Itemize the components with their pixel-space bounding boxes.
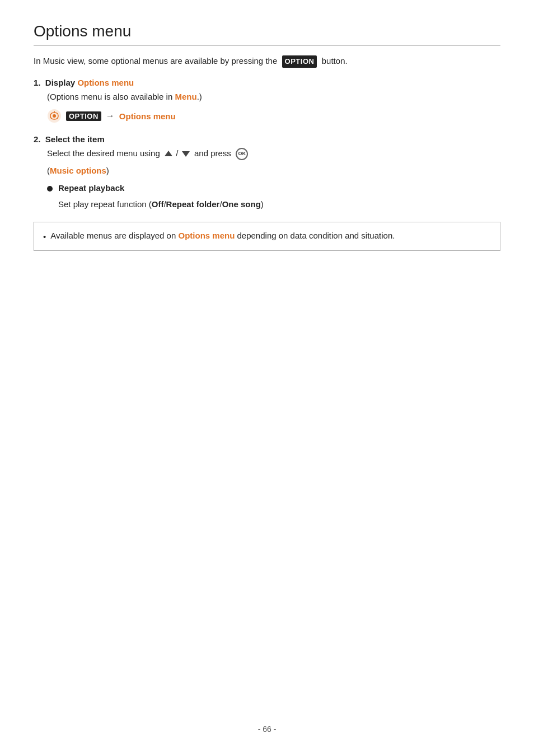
repeat-playback-label: Repeat playback	[58, 183, 124, 193]
ok-button-icon: OK	[236, 148, 248, 160]
note-text: Available menus are displayed on Options…	[50, 229, 395, 242]
one-song-label: One song	[222, 199, 261, 209]
step-1-subtext: (Options menu is also available in Menu.…	[47, 91, 500, 104]
note-options-menu-link: Options menu	[178, 231, 235, 240]
step-1: 1. Display Options menu (Options menu is…	[34, 78, 500, 124]
path-arrow: →	[106, 111, 115, 121]
page-footer: - 66 -	[0, 725, 534, 734]
path-option-badge: OPTION	[66, 111, 101, 121]
menu-link: Menu	[175, 92, 196, 101]
select-instruction: Select the desired menu using / and pres…	[47, 147, 500, 160]
option-badge: OPTION	[282, 55, 317, 68]
triangle-up-icon	[165, 151, 172, 156]
triangle-down-icon	[182, 151, 190, 157]
repeat-playback-item: Repeat playback	[47, 183, 500, 193]
note-box: • Available menus are displayed on Optio…	[34, 222, 500, 251]
repeat-folder-label: Repeat folder	[166, 199, 220, 209]
repeat-playback-desc: Set play repeat function (Off/Repeat fol…	[58, 198, 500, 211]
step-2-label: 2. Select the item	[34, 134, 500, 144]
nav-icons: /	[165, 147, 190, 160]
note-bullet-icon: •	[43, 230, 46, 244]
music-options-link-para: (Music options)	[47, 165, 500, 178]
intro-paragraph: In Music view, some optional menus are a…	[34, 55, 500, 68]
page-title: Options menu	[34, 22, 500, 46]
option-path-row: OPTION → Options menu	[47, 109, 500, 123]
svg-point-1	[53, 114, 56, 118]
intro-text-before: In Music view, some optional menus are a…	[34, 56, 277, 66]
step-2: 2. Select the item Select the desired me…	[34, 134, 500, 211]
step-1-label: 1. Display Options menu	[34, 78, 500, 87]
remote-icon	[47, 109, 62, 123]
intro-text-after: button.	[322, 56, 348, 66]
path-options-menu-link: Options menu	[119, 111, 176, 121]
music-options-link: Music options	[50, 166, 106, 175]
note-bullet-row: • Available menus are displayed on Optio…	[43, 229, 491, 244]
off-label: Off	[152, 199, 164, 209]
step-1-link: Options menu	[77, 78, 134, 87]
bullet-dot-icon	[47, 186, 53, 192]
